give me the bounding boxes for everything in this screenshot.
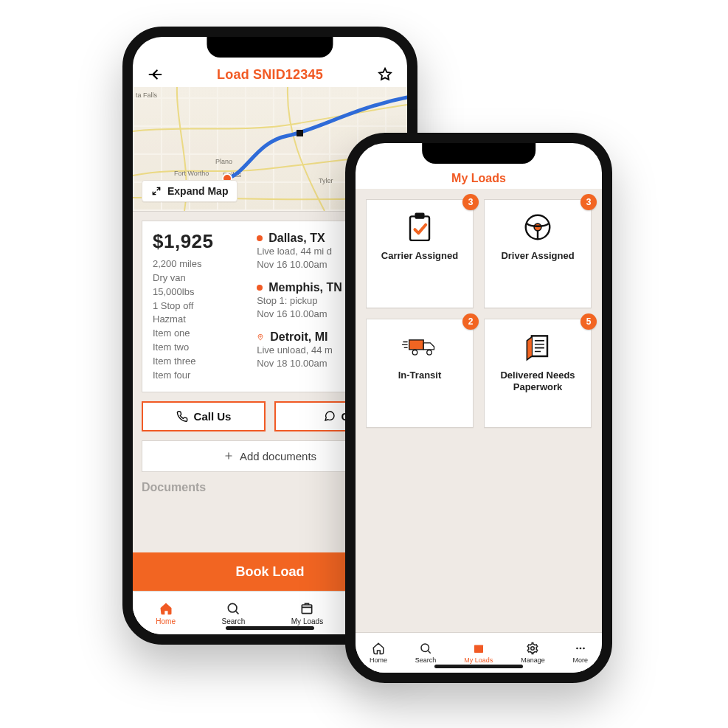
- documents-icon: [519, 330, 557, 364]
- tab-my-loads[interactable]: My Loads: [291, 601, 323, 625]
- spec-item: 1 Stop off: [153, 299, 246, 313]
- page-title: Load SNID12345: [217, 67, 323, 83]
- spec-item: 15,000lbs: [153, 285, 246, 299]
- count-badge: 3: [580, 194, 597, 210]
- more-icon: [574, 642, 587, 655]
- tile-label: Delivered Needs Paperwork: [492, 370, 583, 394]
- home-icon: [159, 601, 173, 616]
- phone-device-right: My Loads 3 Carrier Assigned: [345, 133, 612, 683]
- steering-wheel-icon: [519, 210, 557, 244]
- stop-city: Detroit, MI: [270, 330, 327, 344]
- tab-home[interactable]: Home: [370, 642, 387, 664]
- back-button[interactable]: [145, 64, 165, 85]
- add-documents-label: Add documents: [240, 450, 316, 462]
- tile-label: Carrier Assigned: [381, 250, 458, 262]
- spec-item: Item four: [153, 369, 246, 383]
- box-icon: [299, 601, 314, 616]
- expand-map-button[interactable]: Expand Map: [142, 180, 238, 202]
- dot-icon: [257, 235, 263, 241]
- book-load-label: Book Load: [236, 564, 305, 579]
- svg-rect-6: [410, 216, 429, 240]
- tab-label: Search: [222, 617, 246, 625]
- truck-icon: [401, 330, 439, 364]
- phone-notch: [422, 143, 535, 164]
- svg-point-14: [421, 644, 429, 652]
- status-grid: 3 Carrier Assigned 3: [366, 199, 592, 428]
- expand-icon: [151, 186, 162, 196]
- tab-label: Home: [370, 656, 387, 664]
- spec-item: Hazmat: [153, 313, 246, 327]
- box-icon: [472, 642, 485, 655]
- tab-label: My Loads: [291, 617, 323, 625]
- expand-map-label: Expand Map: [167, 185, 228, 197]
- spec-list: 2,200 miles Dry van 15,000lbs 1 Stop off…: [153, 257, 246, 383]
- svg-rect-13: [532, 336, 547, 356]
- tab-home[interactable]: Home: [156, 601, 176, 625]
- tile-driver-assigned[interactable]: 3 Driver Assigned: [484, 199, 592, 308]
- star-icon: [377, 66, 393, 83]
- pin-icon: [257, 332, 264, 342]
- svg-point-19: [583, 648, 585, 650]
- svg-point-18: [579, 648, 581, 650]
- tile-label: Driver Assigned: [501, 250, 574, 262]
- arrow-left-icon: [147, 66, 163, 83]
- clipboard-check-icon: [401, 210, 439, 244]
- count-badge: 5: [580, 313, 597, 330]
- dot-icon: [257, 285, 263, 291]
- home-indicator: [434, 665, 523, 668]
- spec-item: Item three: [153, 355, 246, 369]
- spec-item: 2,200 miles: [153, 257, 246, 271]
- phone-icon: [176, 410, 188, 422]
- svg-rect-4: [302, 605, 312, 614]
- phone-notch: [207, 37, 333, 58]
- gear-icon: [526, 642, 539, 655]
- price: $1,925: [153, 230, 246, 253]
- svg-rect-15: [474, 645, 483, 654]
- tab-label: More: [573, 656, 589, 664]
- svg-point-12: [427, 350, 432, 356]
- spec-item: Item two: [153, 341, 246, 355]
- call-us-label: Call Us: [194, 410, 232, 423]
- tile-delivered-paperwork[interactable]: 5 Delivered Needs Paperwork: [484, 319, 592, 428]
- spec-item: Dry van: [153, 271, 246, 285]
- search-icon: [226, 601, 240, 616]
- tab-search[interactable]: Search: [222, 601, 246, 625]
- call-us-button[interactable]: Call Us: [142, 401, 266, 431]
- tab-label: Home: [156, 617, 176, 625]
- tab-label: Manage: [521, 656, 545, 664]
- svg-point-16: [531, 647, 535, 651]
- favorite-button[interactable]: [375, 64, 395, 85]
- price-column: $1,925 2,200 miles Dry van 15,000lbs 1 S…: [153, 230, 246, 383]
- tile-carrier-assigned[interactable]: 3 Carrier Assigned: [366, 199, 474, 308]
- count-badge: 3: [462, 194, 479, 210]
- svg-point-11: [412, 350, 417, 356]
- plus-icon: [223, 451, 234, 461]
- svg-rect-7: [415, 213, 425, 219]
- home-indicator: [226, 626, 314, 630]
- count-badge: 2: [462, 313, 479, 330]
- stop-city: Memphis, TN: [268, 281, 342, 294]
- tile-label: In-Transit: [398, 370, 442, 381]
- home-icon: [372, 642, 385, 655]
- tab-search[interactable]: Search: [415, 642, 437, 664]
- tab-manage[interactable]: Manage: [521, 642, 545, 664]
- phone-screen: My Loads 3 Carrier Assigned: [356, 143, 602, 673]
- svg-point-3: [229, 603, 238, 612]
- my-loads-body: 3 Carrier Assigned 3: [356, 189, 602, 632]
- tab-label: Search: [415, 656, 437, 664]
- spec-item: Item one: [153, 327, 246, 341]
- chat-icon: [324, 410, 336, 422]
- svg-point-2: [260, 336, 261, 337]
- svg-point-17: [576, 648, 578, 650]
- tab-more[interactable]: More: [573, 642, 589, 664]
- tab-my-loads[interactable]: My Loads: [464, 642, 493, 664]
- svg-rect-1: [297, 130, 303, 136]
- tile-in-transit[interactable]: 2 In-Transit: [366, 319, 474, 428]
- svg-rect-10: [409, 340, 424, 350]
- tab-label: My Loads: [464, 656, 493, 664]
- stop-city: Dallas, TX: [268, 232, 325, 245]
- search-icon: [419, 642, 432, 655]
